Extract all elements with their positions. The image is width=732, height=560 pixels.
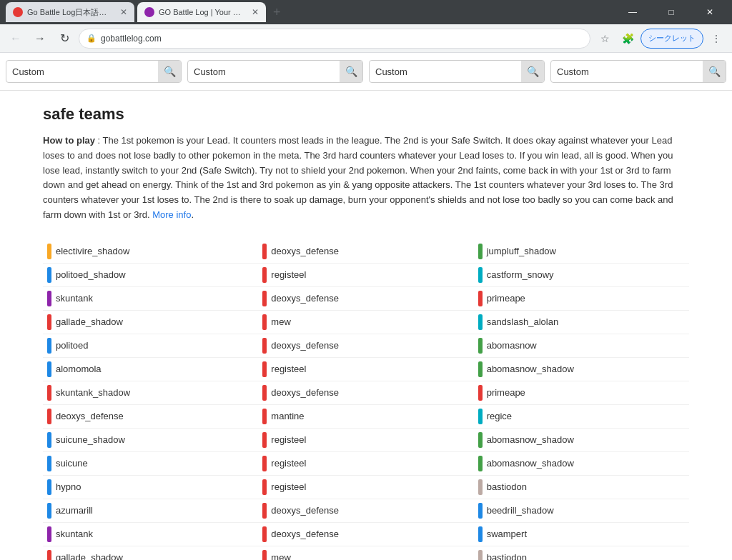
team-row[interactable]: registeel <box>258 264 473 287</box>
team-row[interactable]: hypno <box>43 476 258 499</box>
minimize-button[interactable]: — <box>616 0 649 24</box>
profile-button[interactable]: シークレット <box>640 29 703 49</box>
team-color-badge <box>47 432 51 448</box>
team-row[interactable]: primeape <box>474 287 689 311</box>
team-row[interactable]: abomasnow <box>474 334 689 358</box>
team-row[interactable]: electivire_shadow <box>43 240 258 264</box>
pokemon-name: deoxys_defense <box>271 505 339 516</box>
team-row[interactable]: mew <box>258 311 473 334</box>
pokemon-name: deoxys_defense <box>271 529 339 539</box>
search-button-4[interactable]: 🔍 <box>703 60 726 83</box>
team-row[interactable]: abomasnow_shadow <box>474 429 689 452</box>
search-input-4[interactable] <box>551 66 703 77</box>
team-row[interactable]: primeape <box>474 381 689 405</box>
team-row[interactable]: suicune <box>43 452 258 476</box>
team-color-badge <box>478 456 483 471</box>
team-row[interactable]: deoxys_defense <box>258 287 473 311</box>
nav-bar: ← → ↻ 🔒 gobattlelog.com ☆ 🧩 シークレット ⋮ <box>0 24 732 53</box>
team-row[interactable]: registeel <box>258 429 473 452</box>
team-color-badge <box>262 409 267 424</box>
team-row[interactable]: suicune_shadow <box>43 429 258 452</box>
team-color-badge <box>47 526 51 542</box>
team-row[interactable]: deoxys_defense <box>258 381 473 405</box>
pokemon-name: beedrill_shadow <box>487 505 554 516</box>
search-input-3[interactable] <box>370 66 521 77</box>
team-row[interactable]: alomomola <box>43 358 258 381</box>
team-row[interactable]: skuntank <box>43 287 258 311</box>
team-row[interactable]: mantine <box>258 405 473 429</box>
pokemon-name: regice <box>487 411 512 421</box>
pokemon-name: mew <box>271 316 290 327</box>
back-button[interactable]: ← <box>6 29 26 49</box>
search-box-3[interactable]: 🔍 <box>369 60 545 83</box>
team-color-badge <box>47 291 51 306</box>
team-row[interactable]: mew <box>258 546 473 560</box>
tab1-favicon <box>13 7 23 17</box>
team-row[interactable]: registeel <box>258 452 473 476</box>
tab2-close[interactable]: ✕ <box>252 7 259 17</box>
search-button-1[interactable]: 🔍 <box>158 60 181 83</box>
search-bars-row: 🔍 🔍 🔍 🔍 <box>0 53 732 91</box>
bookmark-icon[interactable]: ☆ <box>595 29 615 49</box>
team-row[interactable]: regice <box>474 405 689 429</box>
team-row[interactable]: abomasnow_shadow <box>474 358 689 381</box>
extensions-icon[interactable]: 🧩 <box>618 29 638 49</box>
team-row[interactable]: bastiodon <box>474 476 689 499</box>
reload-button[interactable]: ↻ <box>54 29 74 49</box>
more-info-link[interactable]: More info <box>152 209 191 220</box>
close-button[interactable]: ✕ <box>693 0 726 24</box>
search-input-2[interactable] <box>188 66 340 77</box>
team-row[interactable]: sandslash_alolan <box>474 311 689 334</box>
pokemon-name: abomasnow_shadow <box>487 364 574 374</box>
team-row[interactable]: gallade_shadow <box>43 311 258 334</box>
tab2-label: GO Battle Log | Your Personal Ba... <box>159 8 244 16</box>
pokemon-name: skuntank <box>56 293 93 304</box>
team-row[interactable]: deoxys_defense <box>258 240 473 264</box>
pokemon-name: alomomola <box>56 364 102 374</box>
pokemon-name: deoxys_defense <box>271 246 339 256</box>
team-row[interactable]: skuntank_shadow <box>43 381 258 405</box>
team-row[interactable]: deoxys_defense <box>258 334 473 358</box>
nav-actions: ☆ 🧩 シークレット ⋮ <box>595 29 726 49</box>
team-row[interactable]: registeel <box>258 476 473 499</box>
team-row[interactable]: beedrill_shadow <box>474 499 689 523</box>
tab1-close[interactable]: ✕ <box>120 7 127 17</box>
search-button-3[interactable]: 🔍 <box>521 60 544 83</box>
new-tab-button[interactable]: + <box>269 5 285 20</box>
team-row[interactable]: jumpluff_shadow <box>474 240 689 264</box>
team-color-badge <box>262 291 267 306</box>
team-row[interactable]: registeel <box>258 358 473 381</box>
tab-2[interactable]: GO Battle Log | Your Personal Ba... ✕ <box>137 2 266 22</box>
restore-button[interactable]: □ <box>655 0 688 24</box>
pokemon-name: abomasnow_shadow <box>487 434 574 445</box>
team-row[interactable]: gallade_shadow <box>43 546 258 560</box>
team-row[interactable]: castform_snowy <box>474 264 689 287</box>
team-color-badge <box>47 409 51 424</box>
team-color-badge <box>262 267 267 283</box>
team-row[interactable]: politoed_shadow <box>43 264 258 287</box>
pokemon-name: abomasnow <box>487 340 537 351</box>
address-text: gobattlelog.com <box>101 34 583 44</box>
search-box-4[interactable]: 🔍 <box>550 60 726 83</box>
search-input-1[interactable] <box>6 66 158 77</box>
forward-button[interactable]: → <box>30 29 50 49</box>
search-box-1[interactable]: 🔍 <box>6 60 182 83</box>
pokemon-name: suicune <box>56 458 88 469</box>
team-row[interactable]: azumarill <box>43 499 258 523</box>
team-color-badge <box>47 314 51 330</box>
tab-1[interactable]: Go Battle Log日本語コンバーター ✕ <box>6 2 134 22</box>
menu-icon[interactable]: ⋮ <box>706 29 726 49</box>
how-to-play-body: : The 1st pokemon is your Lead. It count… <box>43 135 673 220</box>
team-row[interactable]: deoxys_defense <box>258 523 473 546</box>
team-row[interactable]: deoxys_defense <box>43 405 258 429</box>
team-row[interactable]: bastiodon <box>474 546 689 560</box>
search-button-2[interactable]: 🔍 <box>340 60 362 83</box>
team-row[interactable]: abomasnow_shadow <box>474 452 689 476</box>
search-box-2[interactable]: 🔍 <box>187 60 363 83</box>
team-row[interactable]: politoed <box>43 334 258 358</box>
team-row[interactable]: swampert <box>474 523 689 546</box>
address-bar[interactable]: 🔒 gobattlelog.com <box>79 29 590 49</box>
team-row[interactable]: deoxys_defense <box>258 499 473 523</box>
pokemon-name: registeel <box>271 269 306 280</box>
team-row[interactable]: skuntank <box>43 523 258 546</box>
